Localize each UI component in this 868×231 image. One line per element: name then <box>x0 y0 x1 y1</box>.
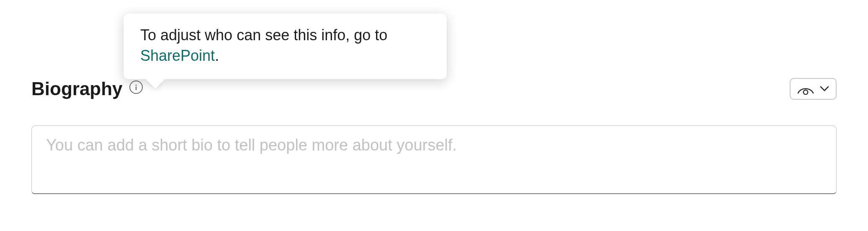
svg-point-2 <box>804 90 808 94</box>
chevron-down-icon <box>820 86 829 92</box>
info-icon[interactable] <box>129 80 143 94</box>
section-title: Biography <box>31 78 123 100</box>
tooltip-text-after: . <box>215 47 219 64</box>
visibility-dropdown[interactable] <box>790 78 837 100</box>
tooltip-text: To adjust who can see this info, go to <box>140 26 387 44</box>
info-glyph-icon <box>130 80 142 94</box>
biography-input[interactable] <box>31 125 837 194</box>
svg-point-0 <box>135 85 137 86</box>
info-tooltip: To adjust who can see this info, go to S… <box>124 13 447 79</box>
title-group: Biography <box>31 78 143 100</box>
tooltip-sharepoint-link[interactable]: SharePoint <box>140 47 215 64</box>
tooltip-content: To adjust who can see this info, go to S… <box>140 25 430 66</box>
eye-icon <box>797 83 814 95</box>
svg-rect-1 <box>135 87 136 91</box>
